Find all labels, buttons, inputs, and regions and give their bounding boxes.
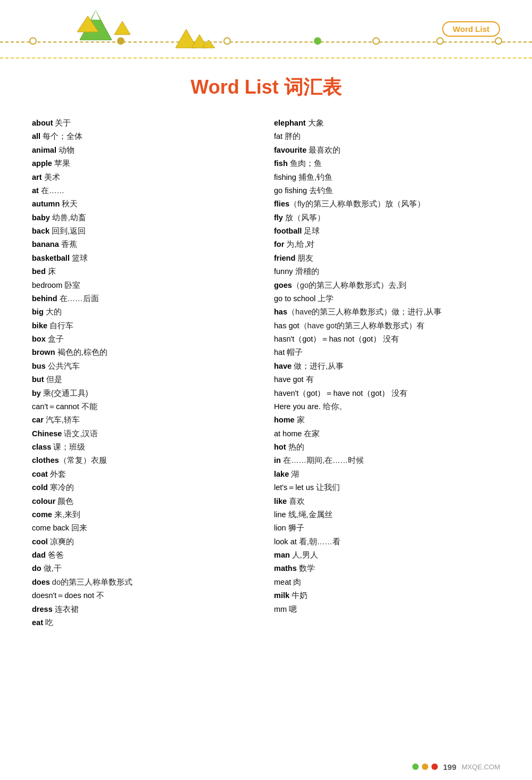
word-english: baby bbox=[32, 213, 50, 222]
word-list-badge: Word List bbox=[442, 21, 500, 37]
left-column: about 关于all 每个；全体animal 动物apple 苹果art 美术… bbox=[32, 117, 258, 629]
word-english: for bbox=[274, 240, 284, 248]
list-item: fish 鱼肉；鱼 bbox=[274, 157, 500, 170]
list-item: doesn't＝does not 不 bbox=[32, 589, 258, 602]
list-item: football 足球 bbox=[274, 225, 500, 238]
word-english: meat bbox=[274, 578, 291, 586]
word-chinese: （go的第三人称单数形式）去,到 bbox=[292, 281, 406, 289]
list-item: hasn't（got）＝has not（got） 没有 bbox=[274, 333, 500, 346]
word-english: can't＝cannot bbox=[32, 402, 79, 411]
word-chinese: 盒子 bbox=[46, 335, 64, 343]
word-chinese: 褐色的,棕色的 bbox=[55, 348, 107, 356]
list-item: back 回到,返回 bbox=[32, 225, 258, 238]
list-item: fishing 捕鱼,钓鱼 bbox=[274, 171, 500, 184]
word-english: fish bbox=[274, 159, 288, 168]
word-english: back bbox=[32, 227, 49, 235]
list-item: let's＝let us 让我们 bbox=[274, 481, 500, 494]
mountains-decoration-right bbox=[165, 21, 218, 53]
word-english: bus bbox=[32, 362, 46, 370]
word-english: home bbox=[274, 416, 295, 424]
word-english: lake bbox=[274, 470, 289, 478]
list-item: about 关于 bbox=[32, 117, 258, 130]
word-english: fly bbox=[274, 213, 283, 222]
list-item: fly 放（风筝） bbox=[274, 211, 500, 225]
list-item: favourite 最喜欢的 bbox=[274, 144, 500, 157]
word-chinese: 人,男人 bbox=[290, 551, 318, 559]
word-english: bike bbox=[32, 321, 47, 330]
word-chinese: 胖的 bbox=[282, 132, 301, 140]
word-english: bed bbox=[32, 267, 46, 276]
list-item: behind 在……后面 bbox=[32, 292, 258, 305]
word-chinese: 做,干 bbox=[41, 564, 62, 572]
word-chinese: 外套 bbox=[48, 470, 66, 478]
word-english: apple bbox=[32, 159, 52, 168]
word-chinese: 在家 bbox=[302, 429, 320, 438]
word-chinese: 狮子 bbox=[286, 524, 304, 532]
word-chinese: 吃 bbox=[43, 618, 53, 627]
list-item: at 在…… bbox=[32, 184, 258, 197]
list-item: apple 苹果 bbox=[32, 157, 258, 170]
list-item: friend 朋友 bbox=[274, 252, 500, 265]
list-item: all 每个；全体 bbox=[32, 130, 258, 143]
word-english: have bbox=[274, 362, 292, 370]
word-chinese: 鱼肉；鱼 bbox=[288, 159, 322, 168]
list-item: lion 狮子 bbox=[274, 521, 500, 535]
word-english: class bbox=[32, 443, 51, 451]
word-english: Here you are. bbox=[274, 402, 321, 411]
word-english: Chinese bbox=[32, 429, 62, 438]
list-item: banana 香蕉 bbox=[32, 238, 258, 251]
word-chinese: 每个；全体 bbox=[40, 132, 82, 140]
word-chinese: 朋友 bbox=[295, 254, 313, 262]
line-circle-6 bbox=[436, 37, 444, 45]
word-english: in bbox=[274, 456, 281, 464]
word-english: cool bbox=[32, 537, 48, 546]
word-chinese: 数学 bbox=[297, 564, 315, 572]
word-english: box bbox=[32, 335, 46, 343]
list-item: home 家 bbox=[274, 413, 500, 427]
word-english: about bbox=[32, 119, 53, 127]
list-item: basketball 篮球 bbox=[32, 252, 258, 265]
line-circle-4 bbox=[314, 37, 321, 45]
list-item: hot 热的 bbox=[274, 441, 500, 454]
word-chinese: 在……后面 bbox=[57, 294, 99, 303]
badge-label: Word List bbox=[453, 24, 489, 34]
word-english: like bbox=[274, 497, 287, 505]
line-circle-3 bbox=[223, 37, 231, 45]
list-item: animal 动物 bbox=[32, 144, 258, 157]
list-item: Chinese 语文,汉语 bbox=[32, 427, 258, 441]
list-item: have got 有 bbox=[274, 373, 500, 386]
word-chinese: 大象 bbox=[306, 119, 324, 127]
word-chinese: 滑稽的 bbox=[293, 267, 319, 276]
word-chinese: 线,绳,金属丝 bbox=[286, 510, 332, 519]
word-chinese: 放（风筝） bbox=[283, 213, 325, 222]
list-item: clothes（常复）衣服 bbox=[32, 454, 258, 467]
word-english: bedroom bbox=[32, 281, 62, 289]
word-english: dad bbox=[32, 551, 46, 559]
word-chinese: 最喜欢的 bbox=[306, 146, 340, 154]
list-item: meat 肉 bbox=[274, 576, 500, 589]
list-item: big 大的 bbox=[32, 305, 258, 319]
list-item: brown 褐色的,棕色的 bbox=[32, 346, 258, 359]
word-english: big bbox=[32, 308, 44, 316]
word-chinese: 关于 bbox=[53, 119, 71, 127]
word-english: does bbox=[32, 578, 50, 586]
list-item: go to school 上学 bbox=[274, 292, 500, 305]
word-english: fishing bbox=[274, 173, 296, 181]
word-chinese: 香蕉 bbox=[59, 240, 77, 248]
word-chinese: 公共汽车 bbox=[46, 362, 80, 370]
word-chinese: （have got的第三人称单数形式）有 bbox=[300, 321, 425, 330]
word-chinese: 家 bbox=[295, 416, 305, 424]
list-item: man 人,男人 bbox=[274, 549, 500, 562]
word-chinese: 卧室 bbox=[62, 281, 80, 289]
list-item: colour 颜色 bbox=[32, 495, 258, 508]
dot-orange bbox=[422, 764, 428, 770]
word-english: colour bbox=[32, 497, 55, 505]
word-chinese: 连衣裙 bbox=[53, 605, 79, 613]
word-chinese: 上学 bbox=[315, 294, 334, 303]
word-english: at home bbox=[274, 429, 302, 438]
list-item: haven't（got）＝have not（got） 没有 bbox=[274, 387, 500, 400]
list-item: funny 滑稽的 bbox=[274, 265, 500, 278]
list-item: cool 凉爽的 bbox=[32, 535, 258, 549]
list-item: goes（go的第三人称单数形式）去,到 bbox=[274, 279, 500, 292]
word-chinese: 爸爸 bbox=[46, 551, 64, 559]
